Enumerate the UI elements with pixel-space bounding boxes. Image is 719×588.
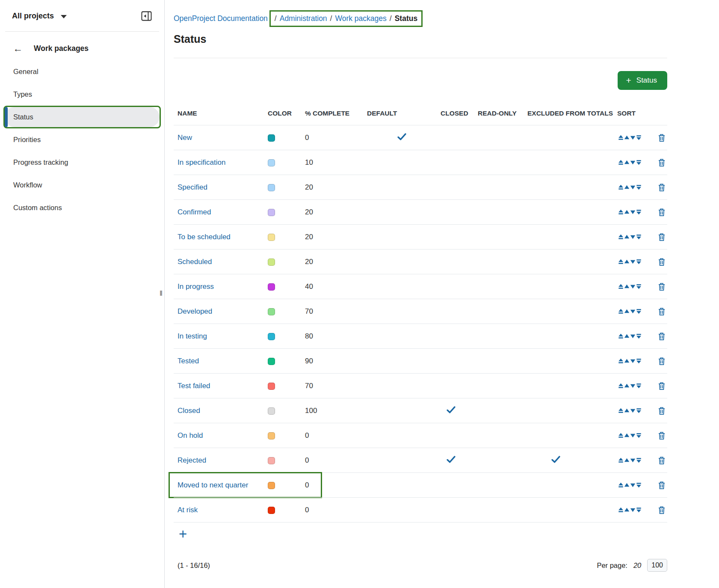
status-name-link[interactable]: Moved to next quarter	[178, 481, 248, 489]
sort-to-bottom-icon[interactable]	[636, 209, 642, 215]
delete-icon[interactable]	[658, 333, 665, 340]
delete-icon[interactable]	[658, 481, 665, 489]
sort-to-bottom-icon[interactable]	[636, 309, 642, 314]
sort-down-icon[interactable]	[630, 160, 636, 165]
sort-down-icon[interactable]	[630, 358, 636, 364]
sort-down-icon[interactable]	[630, 383, 636, 389]
sort-to-top-icon[interactable]	[618, 383, 624, 389]
status-name-link[interactable]: Closed	[178, 407, 200, 415]
sort-to-top-icon[interactable]	[618, 433, 624, 438]
sort-up-icon[interactable]	[624, 433, 630, 438]
add-status-inline-button[interactable]: +	[179, 527, 187, 541]
back-arrow-icon[interactable]: ←	[13, 44, 23, 53]
status-name-link[interactable]: In progress	[178, 282, 214, 291]
status-name-link[interactable]: Developed	[178, 307, 212, 315]
sort-to-top-icon[interactable]	[618, 259, 624, 264]
sort-up-icon[interactable]	[624, 457, 630, 463]
breadcrumb-link-root[interactable]: OpenProject Documentation	[174, 14, 268, 23]
status-name-link[interactable]: Specified	[178, 183, 207, 191]
sort-to-top-icon[interactable]	[618, 184, 624, 190]
sort-down-icon[interactable]	[630, 209, 636, 215]
project-selector[interactable]: All projects	[12, 12, 67, 21]
sort-up-icon[interactable]	[624, 209, 630, 215]
sort-down-icon[interactable]	[630, 457, 636, 463]
delete-icon[interactable]	[658, 432, 665, 440]
sort-to-bottom-icon[interactable]	[636, 135, 642, 140]
delete-icon[interactable]	[658, 506, 665, 514]
sort-to-top-icon[interactable]	[618, 234, 624, 240]
status-name-link[interactable]: Rejected	[178, 456, 206, 464]
status-name-link[interactable]: Test failed	[178, 382, 210, 390]
sidebar-item-status[interactable]: Status	[3, 106, 161, 128]
sort-down-icon[interactable]	[630, 309, 636, 314]
delete-icon[interactable]	[658, 382, 665, 390]
sort-to-top-icon[interactable]	[618, 160, 624, 165]
sort-to-bottom-icon[interactable]	[636, 358, 642, 364]
sort-to-top-icon[interactable]	[618, 309, 624, 314]
sort-down-icon[interactable]	[630, 507, 636, 513]
sort-up-icon[interactable]	[624, 358, 630, 364]
sort-down-icon[interactable]	[630, 408, 636, 413]
sidebar-item-custom-actions[interactable]: Custom actions	[3, 196, 161, 219]
status-name-link[interactable]: On hold	[178, 431, 203, 440]
sort-up-icon[interactable]	[624, 284, 630, 289]
delete-icon[interactable]	[658, 233, 665, 241]
sort-down-icon[interactable]	[630, 259, 636, 264]
collapse-sidebar-button[interactable]	[141, 10, 152, 22]
status-name-link[interactable]: Confirmed	[178, 208, 211, 216]
delete-icon[interactable]	[658, 134, 665, 142]
status-name-link[interactable]: New	[178, 134, 192, 142]
delete-icon[interactable]	[658, 407, 665, 415]
delete-icon[interactable]	[658, 283, 665, 291]
sort-to-bottom-icon[interactable]	[636, 507, 642, 513]
sort-to-bottom-icon[interactable]	[636, 259, 642, 264]
sidebar-resize-handle[interactable]: ‖	[160, 289, 163, 298]
sort-down-icon[interactable]	[630, 433, 636, 438]
delete-icon[interactable]	[658, 184, 665, 191]
status-name-link[interactable]: In specification	[178, 158, 225, 166]
sidebar-item-priorities[interactable]: Priorities	[3, 128, 161, 151]
sort-to-bottom-icon[interactable]	[636, 184, 642, 190]
sort-to-bottom-icon[interactable]	[636, 333, 642, 339]
sort-to-bottom-icon[interactable]	[636, 457, 642, 463]
delete-icon[interactable]	[658, 159, 665, 166]
sidebar-item-types[interactable]: Types	[3, 83, 161, 106]
sidebar-item-progress-tracking[interactable]: Progress tracking	[3, 151, 161, 174]
sort-to-bottom-icon[interactable]	[636, 160, 642, 165]
delete-icon[interactable]	[658, 258, 665, 266]
sort-up-icon[interactable]	[624, 135, 630, 140]
sort-to-top-icon[interactable]	[618, 482, 624, 488]
delete-icon[interactable]	[658, 208, 665, 216]
sort-up-icon[interactable]	[624, 309, 630, 314]
sort-to-top-icon[interactable]	[618, 457, 624, 463]
sort-up-icon[interactable]	[624, 383, 630, 389]
sort-to-bottom-icon[interactable]	[636, 284, 642, 289]
sort-to-bottom-icon[interactable]	[636, 433, 642, 438]
sort-down-icon[interactable]	[630, 135, 636, 140]
sort-to-top-icon[interactable]	[618, 408, 624, 413]
sort-to-bottom-icon[interactable]	[636, 234, 642, 240]
status-name-link[interactable]: Tested	[178, 357, 199, 365]
sort-up-icon[interactable]	[624, 259, 630, 264]
sort-up-icon[interactable]	[624, 160, 630, 165]
sort-to-top-icon[interactable]	[618, 358, 624, 364]
sort-to-top-icon[interactable]	[618, 135, 624, 140]
sort-to-top-icon[interactable]	[618, 333, 624, 339]
sort-down-icon[interactable]	[630, 333, 636, 339]
status-name-link[interactable]: At risk	[178, 506, 198, 514]
delete-icon[interactable]	[658, 457, 665, 464]
sort-to-bottom-icon[interactable]	[636, 383, 642, 389]
per-page-option-100[interactable]: 100	[647, 559, 667, 572]
delete-icon[interactable]	[658, 308, 665, 315]
sort-to-top-icon[interactable]	[618, 284, 624, 289]
sort-up-icon[interactable]	[624, 333, 630, 339]
sort-down-icon[interactable]	[630, 184, 636, 190]
sidebar-item-workflow[interactable]: Workflow	[3, 174, 161, 196]
sort-down-icon[interactable]	[630, 482, 636, 488]
add-status-button[interactable]: + Status	[618, 71, 667, 90]
sort-to-top-icon[interactable]	[618, 507, 624, 513]
sort-to-top-icon[interactable]	[618, 209, 624, 215]
breadcrumb-link-administration[interactable]: Administration	[280, 14, 327, 23]
sort-up-icon[interactable]	[624, 234, 630, 240]
status-name-link[interactable]: To be scheduled	[178, 233, 231, 241]
